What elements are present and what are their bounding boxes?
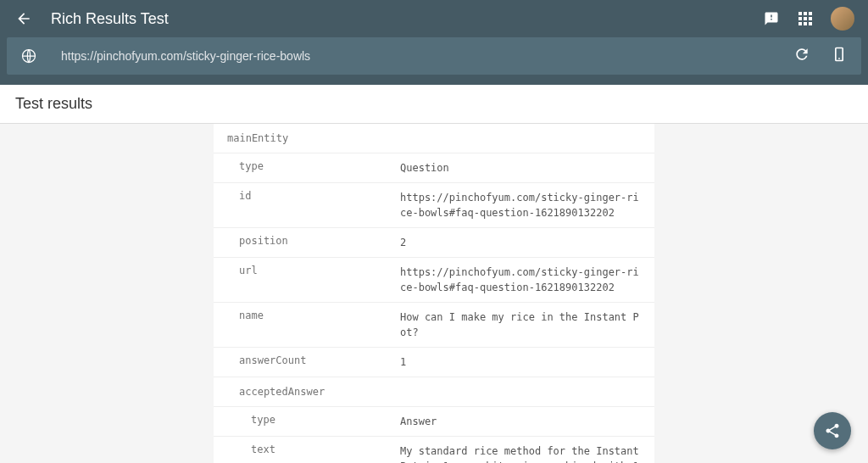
apps-icon bbox=[798, 12, 812, 25]
property-row: typeQuestion bbox=[214, 153, 654, 183]
apps-button[interactable] bbox=[797, 10, 814, 27]
property-value: My standard rice method for the Instant … bbox=[400, 443, 654, 463]
property-key: position bbox=[214, 235, 400, 247]
feedback-button[interactable] bbox=[763, 10, 780, 27]
property-row: typeAnswer bbox=[214, 407, 654, 437]
property-key: url bbox=[214, 265, 400, 276]
back-button[interactable] bbox=[14, 8, 34, 29]
subheader: Test results bbox=[0, 85, 868, 124]
device-button[interactable] bbox=[831, 46, 848, 66]
property-key: id bbox=[214, 190, 400, 202]
property-value: 1 bbox=[400, 354, 654, 370]
section-acceptedanswer: acceptedAnswer bbox=[214, 377, 654, 407]
app-header: Rich Results Test bbox=[0, 0, 868, 37]
user-avatar[interactable] bbox=[831, 7, 854, 31]
property-value: https://pinchofyum.com/sticky-ginger-ric… bbox=[400, 190, 654, 220]
smartphone-icon bbox=[831, 46, 848, 63]
arrow-back-icon bbox=[15, 10, 32, 27]
property-row: textMy standard rice method for the Inst… bbox=[214, 437, 654, 463]
property-row: position2 bbox=[214, 228, 654, 258]
results-card: mainEntity typeQuestionidhttps://pinchof… bbox=[214, 124, 654, 463]
property-value: How can I make my rice in the Instant Po… bbox=[400, 310, 654, 340]
refresh-icon bbox=[793, 46, 810, 63]
header-actions bbox=[763, 7, 854, 31]
property-value: https://pinchofyum.com/sticky-ginger-ric… bbox=[400, 265, 654, 295]
property-row: urlhttps://pinchofyum.com/sticky-ginger-… bbox=[214, 258, 654, 303]
url-input[interactable]: https://pinchofyum.com/sticky-ginger-ric… bbox=[61, 49, 793, 63]
property-key: type bbox=[214, 160, 400, 172]
subheader-title: Test results bbox=[15, 95, 853, 113]
refresh-button[interactable] bbox=[793, 46, 810, 66]
property-row: answerCount1 bbox=[214, 348, 654, 377]
property-key: answerCount bbox=[214, 354, 400, 366]
property-value: Question bbox=[400, 160, 654, 176]
share-icon bbox=[824, 422, 841, 439]
property-value: 2 bbox=[400, 235, 654, 250]
page-title: Rich Results Test bbox=[51, 10, 763, 28]
content-area: mainEntity typeQuestionidhttps://pinchof… bbox=[0, 124, 868, 463]
section-mainentity: mainEntity bbox=[214, 124, 654, 153]
property-row: idhttps://pinchofyum.com/sticky-ginger-r… bbox=[214, 183, 654, 228]
url-bar: https://pinchofyum.com/sticky-ginger-ric… bbox=[7, 37, 861, 75]
property-key: name bbox=[214, 310, 400, 321]
share-button[interactable] bbox=[814, 412, 851, 449]
property-key: text bbox=[214, 443, 400, 455]
globe-icon bbox=[20, 47, 37, 64]
property-key: type bbox=[214, 414, 400, 426]
property-row: nameHow can I make my rice in the Instan… bbox=[214, 303, 654, 348]
property-value: Answer bbox=[400, 414, 654, 429]
feedback-icon bbox=[764, 11, 779, 26]
